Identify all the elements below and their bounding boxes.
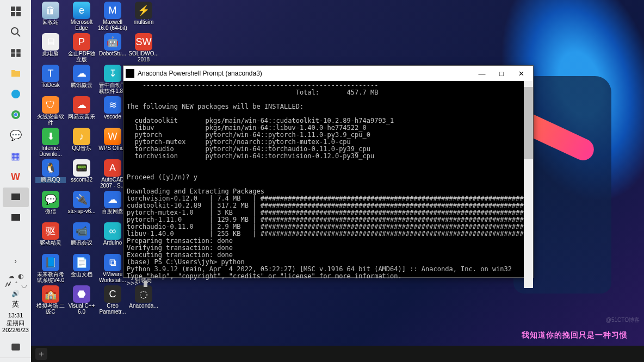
desktop-icon[interactable]: CCreo Parametr... — [97, 285, 128, 315]
app-icon: 🗑 — [42, 2, 59, 19]
app-icon: 📟 — [73, 159, 90, 177]
chevron-up-icon[interactable]: ˄ — [15, 281, 18, 289]
app-icon: ☁ — [73, 65, 90, 82]
app-icon: M — [104, 2, 121, 19]
svg-rect-16 — [12, 344, 20, 350]
app-icon: e — [73, 2, 90, 19]
search-button[interactable] — [3, 22, 29, 42]
desktop-icon[interactable]: ⬇Internet Downlo... — [35, 127, 66, 158]
maximize-button[interactable]: □ — [492, 66, 511, 81]
icon-label: Internet Downlo... — [35, 146, 66, 157]
desktop-icon[interactable]: P金山PDF独立版 — [66, 33, 97, 63]
icon-label: 回收站 — [35, 20, 66, 26]
icon-label: SOLIDWO... 2018 — [128, 51, 159, 63]
desktop-icon[interactable]: 📟sscom32 — [66, 159, 97, 189]
window-icon — [126, 69, 134, 78]
app-icon: 🖥 — [42, 33, 59, 51]
icon-label: stc-isp-v6... — [66, 209, 97, 215]
ime-indicator[interactable]: 英 — [12, 298, 19, 310]
icon-label: 腾讯QQ — [35, 177, 66, 183]
desktop-icon[interactable]: 驱驱动精灵 — [35, 222, 66, 252]
app-taskbar-icon-1[interactable]: ▦ — [3, 146, 29, 166]
app-icon: A — [104, 159, 121, 177]
add-tab-button[interactable]: ＋ — [35, 348, 47, 360]
app-icon: ≋ — [104, 96, 121, 114]
desktop-icon[interactable]: 🔌stc-isp-v6... — [66, 190, 97, 221]
system-tray[interactable]: ☁ ◐ 🗲 ˄ ◡ 🔊 — [0, 271, 31, 298]
window-titlebar[interactable]: Anaconda Powershell Prompt (anaconda3) —… — [123, 66, 533, 81]
svg-rect-15 — [11, 214, 20, 221]
desktop-icon[interactable]: ⚡multisim — [128, 1, 159, 32]
desktop-icon[interactable]: ♪QQ音乐 — [66, 127, 97, 158]
task-view-button[interactable] — [3, 43, 29, 63]
battery-icon[interactable]: 🗲 — [5, 281, 11, 289]
wifi-icon[interactable]: ◡ — [21, 281, 27, 289]
terminal-taskbar-icon[interactable] — [3, 188, 29, 207]
icon-label: 腾讯会议 — [66, 240, 97, 246]
app-icon: SW — [135, 33, 152, 51]
icon-label: sscom32 — [66, 177, 97, 183]
explorer-taskbar-icon[interactable] — [3, 64, 29, 83]
speaker-icon[interactable]: 🔊 — [11, 290, 20, 297]
app-icon: 🔌 — [73, 191, 90, 208]
desktop-icon[interactable]: MMaxwell 16.0 (64-bit) — [97, 1, 128, 32]
overflow-chevron-icon[interactable]: › — [3, 251, 29, 271]
desktop-icon[interactable]: 🤖DobotStu... — [97, 33, 128, 63]
desktop-icon[interactable]: 📹腾讯会议 — [66, 222, 97, 252]
app-icon: ⧉ — [104, 254, 121, 271]
svg-rect-3 — [16, 12, 21, 16]
wechat-taskbar-icon[interactable]: 💬 — [3, 126, 29, 145]
icon-label: Anaconda... — [128, 303, 159, 309]
svg-rect-9 — [17, 54, 20, 57]
icon-label: Maxwell 16.0 (64-bit) — [97, 20, 128, 31]
icon-label: 火绒安全软件 — [35, 114, 66, 126]
desktop-icon[interactable]: 💬微信 — [35, 190, 66, 221]
svg-point-4 — [11, 28, 18, 34]
icon-label: 模拟考场 二级C — [35, 303, 66, 315]
desktop-icon[interactable]: ◌Anaconda... — [128, 285, 159, 315]
app-icon: ♪ — [73, 128, 90, 145]
scrollbar-thumb[interactable] — [524, 87, 533, 159]
desktop-icon[interactable]: eMicrosoft Edge — [66, 1, 97, 32]
wps-taskbar-icon[interactable]: W — [3, 167, 29, 186]
app-icon: 💬 — [42, 191, 59, 208]
onedrive-icon[interactable]: ◐ — [18, 272, 23, 280]
clock-date: 2022/6/23 — [2, 327, 29, 334]
show-desktop-button[interactable] — [0, 358, 31, 362]
app-icon: 🐧 — [42, 159, 59, 177]
desktop-icon[interactable]: 🗑回收站 — [35, 1, 66, 32]
icon-label: Visual C++ 6.0 — [66, 303, 97, 315]
desktop-icon[interactable]: ☁腾讯微云 — [66, 64, 97, 95]
desktop-icon[interactable]: ☁网易云音乐 — [66, 96, 97, 126]
svg-line-5 — [17, 34, 20, 36]
desktop-icon[interactable]: SWSOLIDWO... 2018 — [128, 33, 159, 63]
anaconda-prompt-window[interactable]: Anaconda Powershell Prompt (anaconda3) —… — [123, 65, 534, 278]
start-button[interactable] — [3, 2, 29, 21]
desktop-icon[interactable]: 🏫模拟考场 二级C — [35, 285, 66, 315]
minimize-button[interactable]: — — [472, 66, 492, 81]
desktop-icon[interactable]: 🐧腾讯QQ — [35, 159, 66, 189]
close-button[interactable]: ✕ — [511, 66, 531, 81]
taskbar: 💬 ▦ W › ☁ ◐ 🗲 ˄ ◡ 🔊 英 13:31 星期四 2022/6/2… — [0, 0, 31, 362]
desktop-icon[interactable]: 📄金山文档 — [66, 253, 97, 284]
icon-label: Creo Parametr... — [97, 303, 128, 315]
desktop-icon[interactable]: 🛡火绒安全软件 — [35, 96, 66, 126]
desktop-icon[interactable]: 📘未来教育考试系统V4.0 — [35, 253, 66, 284]
chrome-taskbar-icon[interactable] — [3, 105, 29, 124]
notification-button[interactable] — [3, 338, 29, 357]
cloud-icon[interactable]: ☁ — [8, 272, 15, 280]
app-icon: ⬇ — [42, 128, 59, 145]
desktop-icon[interactable]: 🖥此电脑 — [35, 33, 66, 63]
desktop-icon[interactable]: TToDesk — [35, 64, 66, 95]
app-icon: 📄 — [73, 254, 90, 271]
edge-taskbar-icon[interactable] — [3, 84, 29, 104]
app-icon: ↧ — [104, 65, 121, 82]
terminal-output[interactable]: ----------------------------------------… — [123, 81, 524, 288]
desktop-icon[interactable]: ⬣Visual C++ 6.0 — [66, 285, 97, 315]
icon-label: multisim — [128, 20, 159, 26]
terminal-scrollbar[interactable] — [524, 81, 533, 288]
terminal-taskbar-icon-2[interactable] — [3, 208, 29, 228]
icon-label: 网易云音乐 — [66, 114, 97, 120]
taskbar-clock[interactable]: 13:31 星期四 2022/6/23 — [2, 310, 29, 337]
app-icon: P — [73, 33, 90, 51]
